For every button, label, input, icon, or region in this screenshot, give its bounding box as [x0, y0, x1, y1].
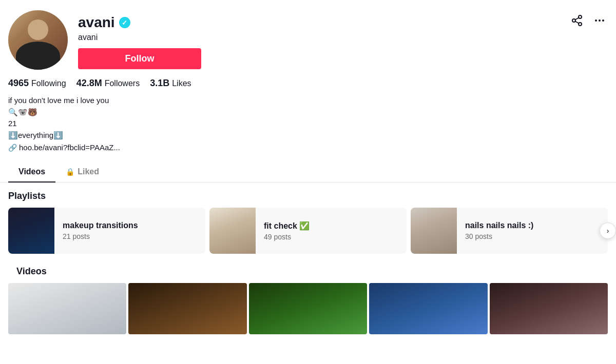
- playlist-thumb-fitcheck: [209, 208, 256, 254]
- bio-line-2: 🔍🐨🐻: [8, 107, 608, 118]
- playlist-posts-makeup: 21 posts: [63, 232, 197, 240]
- video-thumb-5[interactable]: [490, 283, 608, 334]
- playlist-info-nails: nails nails nails :) 30 posts: [457, 215, 608, 247]
- stats-row: 4965 Following 42.8M Followers 3.1B Like…: [0, 70, 616, 89]
- tab-liked[interactable]: 🔒 Liked: [55, 162, 109, 183]
- video-thumb-3[interactable]: [249, 283, 367, 334]
- playlist-posts-nails: 30 posts: [465, 232, 600, 240]
- tab-videos-label: Videos: [18, 167, 45, 176]
- actions-row: [569, 12, 608, 31]
- svg-point-7: [602, 19, 604, 22]
- videos-title: Videos: [8, 258, 608, 283]
- username: avani: [78, 14, 115, 31]
- bio-section: if you don't love me i love you 🔍🐨🐻 21 ⬇…: [0, 89, 616, 152]
- bio-line-4: ⬇️everything⬇️: [8, 130, 608, 141]
- profile-info: avani avani Follow: [78, 10, 608, 69]
- playlist-thumb-nails: [411, 208, 457, 254]
- playlist-info-makeup: makeup transitions 21 posts: [54, 215, 205, 247]
- svg-point-6: [599, 19, 601, 22]
- display-name: avani: [78, 33, 608, 42]
- videos-section: Videos: [0, 254, 616, 334]
- playlist-card-nails[interactable]: nails nails nails :) 30 posts: [411, 208, 608, 254]
- bio-link[interactable]: 🔗 hoo.be/avani?fbclid=PAAaZ...: [8, 143, 608, 152]
- playlists-row: makeup transitions 21 posts fit check ✅ …: [0, 208, 616, 254]
- scroll-right-button[interactable]: ›: [600, 223, 616, 239]
- video-thumb-4[interactable]: [369, 283, 487, 334]
- playlist-name-nails: nails nails nails :): [465, 221, 600, 230]
- playlist-info-fitcheck: fit check ✅ 49 posts: [256, 215, 407, 247]
- avatar: [8, 10, 68, 70]
- following-stat: 4965 Following: [8, 78, 66, 89]
- followers-count: 42.8M: [76, 78, 102, 89]
- profile-section: avani avani Follow: [0, 0, 616, 70]
- svg-point-5: [595, 19, 597, 22]
- playlist-posts-fitcheck: 49 posts: [264, 233, 398, 241]
- videos-grid: [8, 283, 608, 334]
- username-row: avani: [78, 14, 608, 31]
- followers-stat: 42.8M Followers: [76, 78, 140, 89]
- tabs-row: Videos 🔒 Liked: [0, 162, 616, 183]
- bio-line-3: 21: [8, 118, 608, 130]
- lock-icon: 🔒: [66, 168, 74, 176]
- likes-count: 3.1B: [150, 78, 169, 89]
- avatar-image: [8, 10, 68, 70]
- video-thumb-2[interactable]: [128, 283, 246, 334]
- playlist-card-makeup[interactable]: makeup transitions 21 posts: [8, 208, 205, 254]
- tab-liked-label: Liked: [78, 167, 99, 176]
- following-count: 4965: [8, 78, 29, 89]
- likes-stat: 3.1B Likes: [150, 78, 191, 89]
- tab-videos[interactable]: Videos: [8, 162, 55, 183]
- svg-line-4: [575, 18, 579, 20]
- share-button[interactable]: [569, 12, 585, 31]
- verified-badge: [119, 17, 130, 28]
- follow-button[interactable]: Follow: [78, 48, 201, 69]
- playlist-name-makeup: makeup transitions: [63, 221, 197, 230]
- followers-label: Followers: [105, 79, 140, 88]
- likes-label: Likes: [172, 79, 191, 88]
- bio-line-1: if you don't love me i love you: [8, 95, 608, 107]
- playlists-title: Playlists: [0, 183, 616, 208]
- playlist-card-fitcheck[interactable]: fit check ✅ 49 posts: [209, 208, 407, 254]
- playlist-thumb-makeup: [8, 208, 54, 254]
- video-thumb-1[interactable]: [8, 283, 126, 334]
- more-options-button[interactable]: [591, 12, 608, 31]
- link-text: hoo.be/avani?fbclid=PAAaZ...: [19, 143, 120, 152]
- link-icon: 🔗: [8, 144, 17, 152]
- following-label: Following: [31, 79, 66, 88]
- svg-line-3: [575, 22, 579, 24]
- playlist-name-fitcheck: fit check ✅: [264, 221, 398, 231]
